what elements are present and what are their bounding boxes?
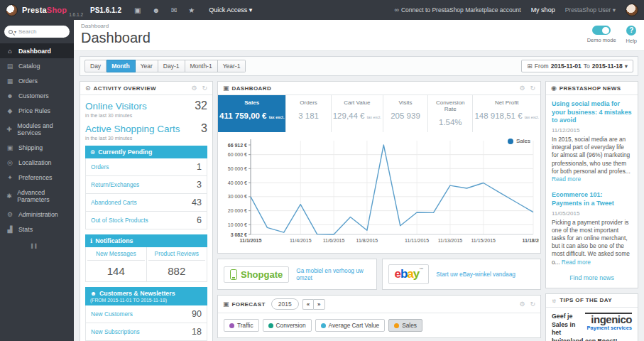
range-day-1-button[interactable]: Day-1 [158,60,185,72]
new-subscriptions-row[interactable]: New Subscriptions18 [86,323,207,341]
sidebar-item-modules[interactable]: ✚Modules and Services [0,118,74,140]
advanced-parameters-icon: ✱ [6,193,12,200]
pending-orders-row[interactable]: Orders1 [86,158,207,176]
shopgate-link[interactable]: Ga mobiel en verhoog uw omzet [296,267,370,281]
sidebar-collapse-icon[interactable]: ▌▌ [0,237,74,248]
article-title-link[interactable]: Ecommerce 101: Payments in a Tweet [552,191,632,207]
marketplace-link[interactable]: ∞Connect to PrestaShop Marketplace accou… [395,6,521,13]
customers-list: New Customers90 New Subscriptions18 Tota… [85,305,207,341]
new-customers-row[interactable]: New Customers90 [86,305,207,323]
product-reviews-cell[interactable]: Product Reviews 882 [147,247,207,281]
preferences-icon: ✦ [6,174,13,181]
my-shop-link[interactable]: My shop [531,6,555,13]
demo-mode-toggle[interactable]: Demo mode [587,26,616,43]
kpi-sales[interactable]: Sales 411 759,00 € tax excl. [218,95,286,132]
active-carts-link[interactable]: Active Shopping Carts [85,124,180,134]
sidebar-item-stats[interactable]: ▟Stats [0,222,74,237]
search-input[interactable] [18,28,65,35]
sidebar-item-catalog[interactable]: ▤Catalog [0,58,74,73]
traffic-dot-icon [229,323,234,328]
kpi-visits[interactable]: Visits 205 939 [383,95,428,132]
tips-of-the-day-panel: ☼ TIPS OF THE DAY ingenico Payment servi… [545,293,638,341]
range-month-button[interactable]: Month [107,60,136,72]
toggle-on-icon[interactable] [592,26,611,35]
panel-refresh-icon[interactable]: ↻ [530,85,535,92]
pending-out-of-stock-row[interactable]: Out of Stock Products6 [86,212,207,229]
user-menu[interactable]: PrestaShop User ▾ [565,6,616,13]
forecast-avg-cart-button[interactable]: Average Cart Value [315,319,386,332]
kpi-cart-value[interactable]: Cart Value 129,44 € tax excl. [332,95,383,132]
forecast-year-select[interactable]: 2015 [271,298,299,310]
range-day-button[interactable]: Day [84,60,107,72]
phone-icon [230,269,237,280]
ebay-link[interactable]: Start uw eBay-winkel vandaag [436,271,515,278]
sidebar-item-preferences[interactable]: ✦Preferences [0,170,74,185]
sidebar-item-localization[interactable]: ◎Localization [0,155,74,170]
kpi-conversion-rate[interactable]: Conversion Rate 1.54% [428,95,473,132]
ebay-logo[interactable]: ebay™ [388,264,430,284]
sidebar-item-dashboard[interactable]: ⌂Dashboard [0,43,74,58]
sidebar-item-price-rules[interactable]: ◆Price Rules [0,103,74,118]
svg-text:11/15/2015: 11/15/2015 [471,238,496,243]
sidebar-item-administration[interactable]: ⚙Administration [0,207,74,222]
panel-settings-icon[interactable]: ⚙ [519,301,525,308]
sidebar-item-advanced-parameters[interactable]: ✱Advanced Parameters [0,185,74,207]
shipping-icon: ▣ [6,144,13,151]
prestashop-logo-icon[interactable] [6,4,18,16]
panel-refresh-icon[interactable]: ↻ [202,85,207,92]
online-visitors-metric: Online Visitors32 in the last 30 minutes [85,99,207,118]
shopgate-module: Shopgate Ga mobiel en verhoog uw omzet [217,259,377,290]
forecast-conversion-button[interactable]: Conversion [263,319,312,332]
sidebar-search[interactable]: ▾ [4,26,70,38]
messages-icon[interactable]: ✉ [171,6,177,14]
panel-settings-icon[interactable]: ⚙ [191,85,197,92]
help-button[interactable]: ? Help [626,26,637,44]
forecast-sales-button[interactable]: Sales [388,319,422,332]
panel-refresh-icon[interactable]: ↻ [530,301,535,308]
cart-icon[interactable]: ▣ [134,6,141,14]
svg-text:3 082 €: 3 082 € [231,232,247,237]
range-year-1-button[interactable]: Year-1 [218,60,246,72]
sidebar-item-shipping[interactable]: ▣Shipping [0,140,74,155]
brand[interactable]: PrestaShop [22,6,67,14]
find-more-news-link[interactable]: Find more news [552,274,632,281]
shopgate-logo[interactable]: Shopgate [224,266,289,283]
svg-text:20 000 €: 20 000 € [228,208,247,213]
sidebar-item-customers[interactable]: ☻Customers [0,88,74,103]
forecast-prev-button[interactable]: « [302,299,313,310]
avatar[interactable] [626,4,638,16]
page-title: Dashboard [81,30,151,46]
svg-text:11/4/2015: 11/4/2015 [290,238,312,243]
new-messages-cell[interactable]: New Messages 144 [86,247,147,281]
customer-icon[interactable]: ☻ [152,6,160,14]
avg-cart-dot-icon [321,323,326,328]
kpi-orders[interactable]: Orders 3 181 [286,95,331,132]
quick-access-menu[interactable]: Quick Access ▾ [209,6,252,13]
chart-legend[interactable]: Sales [508,138,530,144]
trophy-icon[interactable]: ★ [188,6,195,14]
read-more-link[interactable]: Read more [552,175,581,183]
forecast-next-button[interactable]: » [313,299,324,310]
range-month-1-button[interactable]: Month-1 [185,60,218,72]
breadcrumb[interactable]: Dashboard [81,23,151,29]
article-title-link[interactable]: Using social media for your business: 4 … [552,100,632,125]
svg-text:11/13/2015: 11/13/2015 [438,238,463,243]
activity-overview-panel: ⊙ ACTIVITY OVERVIEW ⚙ ↻ Online Visitors3… [80,81,213,341]
online-visitors-link[interactable]: Online Visitors [85,101,147,112]
lightbulb-icon: ☼ [551,297,557,304]
read-more-link[interactable]: Read more [562,259,591,266]
panel-settings-icon[interactable]: ⚙ [519,85,525,92]
help-icon[interactable]: ? [626,26,636,36]
pending-abandoned-carts-row[interactable]: Abandoned Carts43 [86,194,207,212]
shop-name[interactable]: PS1.6.1.2 [90,6,121,14]
range-year-button[interactable]: Year [136,60,158,72]
pending-returns-row[interactable]: Return/Exchanges3 [86,176,207,194]
sidebar-item-orders[interactable]: ▦Orders [0,73,74,88]
forecast-traffic-button[interactable]: Traffic [224,319,259,332]
kpi-net-profit[interactable]: Net Profit 148 918,51 € tax excl. [473,95,540,132]
svg-text:11/18/201: 11/18/201 [523,238,539,243]
pending-list: Orders1 Return/Exchanges3 Abandoned Cart… [85,158,207,229]
date-range-picker[interactable]: ⊞ From2015-11-01 To2015-11-18 ▾ [521,60,633,72]
forecast-store-icon: ▣ [223,301,229,308]
search-scope-caret-icon[interactable]: ▾ [14,29,16,34]
